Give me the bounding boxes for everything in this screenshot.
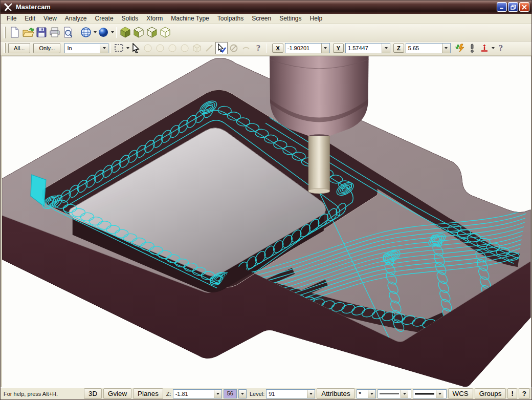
x-coord-dropdown[interactable]: [321, 44, 329, 53]
status-warn-button[interactable]: !: [507, 388, 517, 399]
stock-part: [2, 58, 530, 386]
menu-toolpaths[interactable]: Toolpaths: [213, 14, 248, 23]
status-3d-button[interactable]: 3D: [84, 388, 102, 399]
toolbar-separator: [110, 44, 111, 53]
view-cube-left-icon[interactable]: [132, 26, 145, 39]
shading-dropdown-caret[interactable]: [111, 31, 114, 33]
status-attributes-button[interactable]: Attributes: [317, 388, 354, 399]
toolbar-separator: [77, 27, 77, 38]
y-coord-button[interactable]: Y: [333, 44, 344, 53]
menu-settings[interactable]: Settings: [275, 14, 305, 23]
in-filter-dropdown[interactable]: [100, 44, 108, 53]
save-file-icon[interactable]: [35, 26, 48, 39]
status-point-style-combo[interactable]: *: [357, 389, 376, 398]
menu-machine-type[interactable]: Machine Type: [167, 14, 213, 23]
z-coord-button[interactable]: Z: [393, 44, 404, 53]
y-coord-dropdown[interactable]: [382, 44, 390, 53]
view-cube-shaded-icon[interactable]: [119, 26, 132, 39]
status-color-caret[interactable]: [239, 390, 246, 398]
menu-file[interactable]: File: [3, 14, 20, 23]
in-filter-value: In: [65, 45, 100, 51]
status-z-value: -1.81: [173, 391, 214, 397]
coords-help-icon[interactable]: ?: [495, 42, 507, 54]
svg-text:?: ?: [256, 43, 261, 53]
minimize-button[interactable]: [497, 2, 507, 12]
status-level-value: 91: [267, 391, 307, 397]
status-color-dropdown[interactable]: [238, 389, 247, 398]
select-all-button[interactable]: All...: [8, 43, 30, 53]
print-preview-icon[interactable]: [61, 26, 75, 39]
status-z-combo[interactable]: -1.81: [173, 389, 222, 398]
entity-ghost-2-icon: [154, 42, 166, 54]
pointer-cursor-icon[interactable]: [129, 42, 142, 54]
menu-screen[interactable]: Screen: [248, 14, 275, 23]
menu-help[interactable]: Help: [306, 14, 327, 23]
select-only-button[interactable]: Only...: [33, 43, 60, 53]
status-line-style-dropdown[interactable]: [401, 390, 408, 398]
status-z-dropdown[interactable]: [214, 390, 221, 398]
status-color-chip[interactable]: 56: [224, 389, 237, 398]
mastercam-x-logo: [4, 3, 14, 11]
close-button[interactable]: [519, 2, 529, 12]
partial-ghost-icon: [240, 42, 252, 54]
new-file-icon[interactable]: [8, 26, 21, 39]
status-groups-button[interactable]: Groups: [475, 388, 506, 399]
status-level-dropdown[interactable]: [307, 390, 315, 398]
print-icon[interactable]: [48, 26, 61, 39]
entity-ghost-1-icon: [142, 42, 154, 54]
toolbar-grip[interactable]: [4, 27, 6, 38]
status-point-style-dropdown[interactable]: [368, 390, 375, 398]
toolbar-grip[interactable]: [4, 43, 6, 53]
status-wcs-button[interactable]: WCS: [448, 388, 473, 399]
line-style-icon: [378, 391, 401, 396]
restore-button[interactable]: [508, 2, 518, 12]
machining-viewport[interactable]: [2, 56, 531, 387]
menu-view[interactable]: View: [39, 14, 61, 23]
z-coord-dropdown[interactable]: [442, 44, 450, 53]
clear-selection-null-icon: [228, 42, 240, 54]
fastpoint-exclaim-icon[interactable]: [466, 42, 478, 54]
x-coord-button[interactable]: X: [272, 44, 283, 53]
window-select-icon[interactable]: [113, 42, 125, 54]
toolbar-separator: [116, 27, 117, 38]
in-filter-combo[interactable]: In: [64, 43, 108, 53]
gview-globe-icon[interactable]: [79, 26, 93, 39]
entity-ghost-4-icon: [179, 42, 191, 54]
z-depth-point-icon[interactable]: [478, 42, 491, 54]
tool-shank: [308, 136, 330, 191]
svg-text:?: ?: [499, 43, 503, 53]
line-width-icon: [413, 391, 436, 396]
status-planes-button[interactable]: Planes: [133, 388, 163, 399]
shading-sphere-icon[interactable]: [97, 26, 110, 39]
graphics-viewport[interactable]: [1, 56, 531, 387]
tool-tip: [308, 188, 330, 194]
view-cube-wireframe-icon[interactable]: [159, 26, 172, 39]
menu-create[interactable]: Create: [91, 14, 118, 23]
status-level-combo[interactable]: 91: [266, 389, 315, 398]
menu-edit[interactable]: Edit: [20, 14, 39, 23]
mastercam-window: Mastercam File Edit View Analyze Create …: [0, 0, 532, 400]
end-selection-check-icon[interactable]: [215, 42, 228, 54]
status-bar: For help, press Alt+H. 3D Gview Planes Z…: [1, 387, 531, 399]
status-gview-button[interactable]: Gview: [103, 388, 131, 399]
view-cube-right-icon[interactable]: [145, 26, 159, 39]
y-coord-combo[interactable]: 1.57447: [345, 43, 390, 53]
status-line-width-dropdown[interactable]: [436, 390, 444, 398]
toolbar-separator: [267, 44, 267, 53]
status-level-label: Level:: [250, 391, 264, 397]
status-point-style-value: *: [357, 391, 368, 397]
status-help-button[interactable]: ?: [519, 388, 530, 399]
selection-toolbar: All... Only... In ? X -1.90201 Y 1.57447: [1, 41, 531, 56]
selection-help-icon[interactable]: ?: [252, 42, 264, 54]
status-line-style-combo[interactable]: [378, 389, 411, 398]
autocursor-icon[interactable]: [454, 42, 466, 54]
status-line-width-combo[interactable]: [413, 389, 447, 398]
menu-bar: File Edit View Analyze Create Solids Xfo…: [1, 14, 531, 24]
x-coord-combo[interactable]: -1.90201: [285, 43, 330, 53]
menu-solids[interactable]: Solids: [118, 14, 143, 23]
open-file-icon[interactable]: [21, 26, 35, 39]
menu-analyze[interactable]: Analyze: [61, 14, 91, 23]
menu-xform[interactable]: Xform: [142, 14, 167, 23]
x-coord-value: -1.90201: [285, 45, 321, 51]
z-coord-combo[interactable]: 5.65: [406, 43, 451, 53]
